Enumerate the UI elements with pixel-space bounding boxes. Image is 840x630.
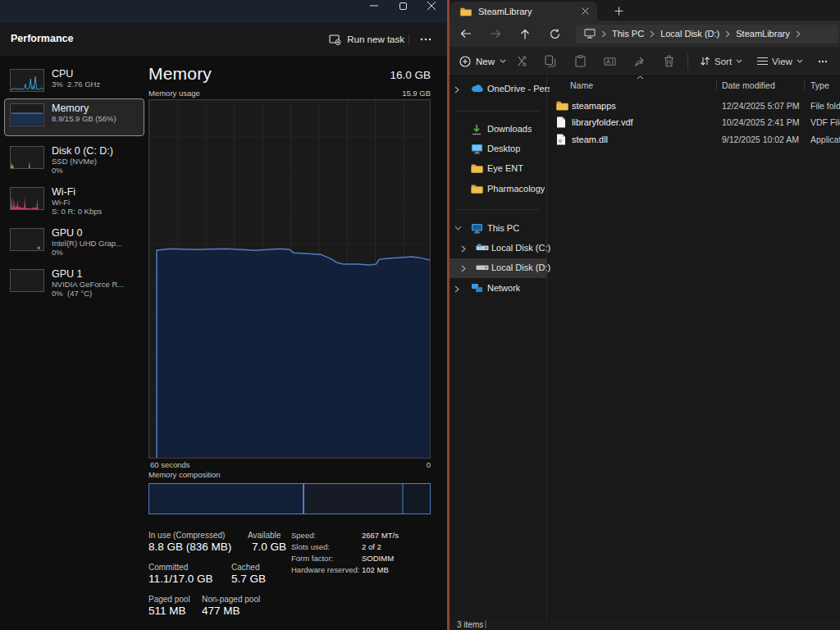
paged-pool-value: 511 MB bbox=[148, 605, 186, 617]
composition-free bbox=[404, 484, 430, 514]
new-tab-button[interactable] bbox=[609, 2, 628, 20]
delete-icon[interactable] bbox=[654, 49, 683, 74]
back-button[interactable] bbox=[454, 23, 477, 44]
toolbar-more-button[interactable] bbox=[810, 49, 835, 74]
paste-icon[interactable] bbox=[565, 49, 595, 74]
file-row-steam-dll[interactable]: steam.dll 9/12/2025 10:02 AM Application bbox=[548, 131, 840, 148]
more-options-button[interactable] bbox=[414, 30, 437, 49]
memory-usage-graph bbox=[148, 99, 431, 459]
minimize-button[interactable] bbox=[360, 0, 388, 11]
committed-value: 11.1/17.0 GB bbox=[148, 573, 213, 585]
network-icon bbox=[471, 283, 483, 293]
memory-total: 16.0 GB bbox=[390, 69, 431, 81]
breadcrumb-this-pc[interactable]: This PC bbox=[612, 29, 644, 39]
maximize-button[interactable] bbox=[389, 0, 417, 11]
folder-icon bbox=[471, 184, 483, 194]
in-use-value: 8.8 GB (836 MB) bbox=[148, 541, 231, 553]
refresh-button[interactable] bbox=[543, 23, 566, 44]
sidebar-item-desktop[interactable]: Desktop bbox=[450, 139, 546, 159]
cached-label: Cached bbox=[231, 563, 259, 572]
sidebar-item-local-disk-d[interactable]: Local Disk (D:) bbox=[450, 258, 546, 278]
wifi-mini-graph bbox=[10, 187, 44, 210]
explorer-tab[interactable]: SteamLibrary bbox=[450, 2, 597, 21]
sidebar-item-cpu[interactable]: CPU 3% 2.76 GHz bbox=[4, 66, 144, 98]
cut-icon[interactable] bbox=[506, 49, 536, 74]
chevron-right-icon bbox=[454, 86, 459, 94]
gpu1-mini-graph bbox=[10, 269, 44, 292]
sidebar-item-eye-ent[interactable]: Eye ENT bbox=[450, 159, 546, 179]
sidebar-item-pharmacology[interactable]: Pharmacology bbox=[450, 180, 546, 199]
column-header-name[interactable]: Name bbox=[570, 80, 593, 90]
sort-ascending-icon bbox=[637, 75, 644, 80]
column-header-type[interactable]: Type bbox=[810, 80, 829, 90]
copy-icon[interactable] bbox=[536, 49, 565, 74]
downloads-icon bbox=[471, 124, 482, 135]
sidebar-item-this-pc[interactable]: This PC bbox=[450, 219, 546, 239]
slots-used-label: Slots used: bbox=[291, 542, 330, 551]
chevron-right-icon bbox=[461, 245, 466, 253]
chevron-right-icon bbox=[461, 265, 466, 272]
paged-pool-label: Paged pool bbox=[148, 595, 190, 604]
tab-close-icon[interactable] bbox=[582, 7, 589, 15]
available-label: Available bbox=[248, 531, 281, 540]
chevron-down-icon bbox=[454, 226, 462, 231]
folder-icon bbox=[556, 100, 568, 111]
this-pc-icon bbox=[584, 29, 596, 39]
file-row-libraryfolder[interactable]: libraryfolder.vdf 10/24/2025 2:41 PM VDF… bbox=[548, 114, 840, 131]
chevron-right-icon bbox=[601, 30, 606, 38]
sidebar-divider bbox=[454, 111, 540, 112]
forward-button[interactable] bbox=[484, 23, 507, 44]
explorer-address-bar: This PC Local Disk (D:) SteamLibrary bbox=[450, 21, 840, 47]
run-new-task-button[interactable]: Run new task bbox=[329, 30, 404, 49]
sidebar-item-memory[interactable]: Memory 8.9/15.9 GB (56%) bbox=[4, 98, 144, 136]
file-list: Name Date modified Type steamapps 12/24/… bbox=[548, 76, 840, 619]
memory-usage-label: Memory usage bbox=[148, 89, 200, 98]
sidebar-item-downloads[interactable]: Downloads bbox=[450, 120, 546, 139]
sidebar-item-onedrive[interactable]: OneDrive - Personal bbox=[450, 80, 546, 99]
column-divider[interactable] bbox=[804, 80, 805, 91]
breadcrumb-steamlibrary[interactable]: SteamLibrary bbox=[736, 29, 789, 39]
breadcrumb[interactable]: This PC Local Disk (D:) SteamLibrary bbox=[576, 25, 838, 43]
explorer-status-bar: 3 items bbox=[450, 619, 840, 630]
form-factor-label: Form factor: bbox=[291, 554, 333, 563]
rename-icon[interactable] bbox=[595, 49, 624, 74]
column-divider[interactable] bbox=[716, 80, 717, 91]
column-header-date[interactable]: Date modified bbox=[722, 80, 775, 90]
nonpaged-pool-value: 477 MB bbox=[202, 605, 240, 617]
cpu-mini-graph bbox=[10, 69, 44, 92]
dll-file-icon bbox=[556, 134, 566, 145]
explorer-tab-strip: SteamLibrary bbox=[450, 0, 840, 21]
hardware-reserved-value: 102 MB bbox=[362, 565, 389, 574]
file-row-steamapps[interactable]: steamapps 12/24/2025 5:07 PM File folder bbox=[548, 98, 840, 115]
share-icon[interactable] bbox=[624, 49, 654, 74]
sort-button[interactable]: Sort bbox=[692, 49, 750, 74]
task-manager-window: Performance Run new task CPU 3% 2.76 GHz bbox=[0, 0, 447, 630]
explorer-sidebar: OneDrive - Personal Downloads Desktop Ey… bbox=[450, 76, 547, 619]
memory-composition-label: Memory composition bbox=[148, 470, 431, 479]
memory-scale-top: 15.9 GB bbox=[402, 89, 431, 98]
drive-d-icon bbox=[476, 263, 489, 271]
hardware-reserved-label: Hardware reserved: bbox=[291, 565, 359, 574]
memory-graph-fill bbox=[157, 249, 430, 458]
new-button[interactable]: New bbox=[459, 56, 506, 67]
sidebar-item-gpu1[interactable]: GPU 1 NVIDIA GeForce R... 0% (47 °C) bbox=[4, 264, 144, 302]
in-use-label: In use (Compressed) bbox=[148, 531, 225, 540]
sidebar-item-network[interactable]: Network bbox=[450, 279, 546, 299]
breadcrumb-local-disk-d[interactable]: Local Disk (D:) bbox=[660, 29, 719, 39]
sidebar-item-local-disk-c[interactable]: Local Disk (C:) bbox=[450, 239, 546, 258]
form-factor-value: SODIMM bbox=[362, 554, 394, 563]
chevron-right-icon bbox=[454, 285, 459, 293]
up-button[interactable] bbox=[514, 23, 536, 44]
memory-title: Memory bbox=[148, 64, 212, 84]
memory-stats: In use (Compressed) 8.8 GB (836 MB) Avai… bbox=[148, 526, 431, 624]
tab-title: SteamLibrary bbox=[478, 7, 532, 16]
sidebar-item-disk0[interactable]: Disk 0 (C: D:) SSD (NVMe) 0% bbox=[4, 141, 144, 179]
sidebar-item-wifi[interactable]: Wi-Fi Wi-Fi S: 0 R: 0 Kbps bbox=[4, 182, 144, 220]
view-button[interactable]: View bbox=[750, 49, 810, 74]
chevron-right-icon bbox=[796, 30, 801, 38]
folder-icon bbox=[471, 163, 483, 173]
taskmgr-header: Performance Run new task bbox=[0, 23, 447, 56]
sidebar-item-gpu0[interactable]: GPU 0 Intel(R) UHD Grap... 0% bbox=[4, 223, 144, 261]
file-explorer-window: SteamLibrary bbox=[447, 0, 840, 630]
close-button[interactable] bbox=[418, 0, 445, 11]
